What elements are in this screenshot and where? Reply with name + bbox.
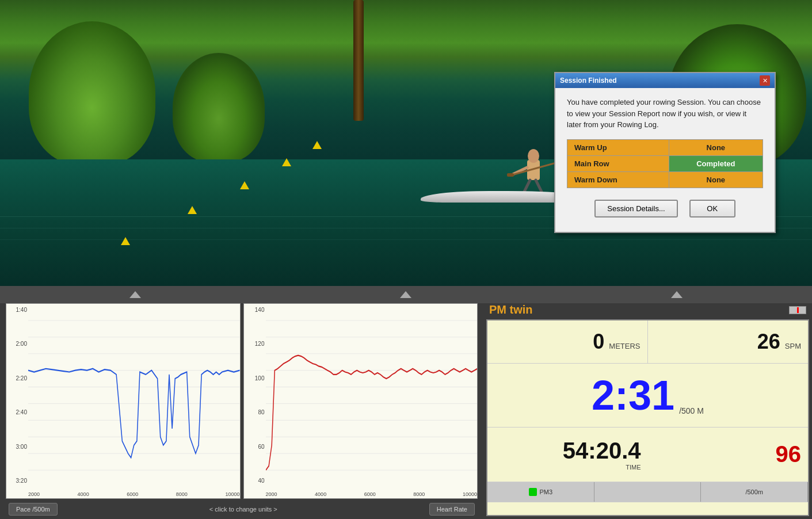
- pm-meters-value: 0: [593, 331, 604, 352]
- svg-rect-6: [507, 173, 514, 177]
- pm-footer-empty: [594, 482, 702, 502]
- hr-chart-svg: [266, 304, 478, 487]
- rowing-scene: Session Finished ✕ You have completed yo…: [0, 0, 812, 286]
- tree-mid-canopy: [173, 53, 265, 162]
- buoy-4: [188, 206, 197, 214]
- pm-spm-cell: 26 SPM: [648, 320, 809, 363]
- svg-point-1: [528, 149, 539, 163]
- tree-left-canopy: [29, 21, 155, 165]
- hr-x-labels: 2000 4000 6000 8000 10000: [266, 491, 478, 497]
- pm-pace-unit: /500 M: [679, 406, 704, 422]
- buoy-3: [240, 181, 249, 189]
- hr-chart: 140 120 100 80 60 40: [243, 303, 478, 499]
- pm-green-indicator: [529, 488, 537, 496]
- table-row-warmdown: Warm Down None: [567, 171, 763, 188]
- pace-button[interactable]: Pace /500m: [9, 503, 58, 516]
- bottom-panel: 1:40 2:00 2:20 2:40 3:00 3:20: [0, 286, 812, 519]
- mainrow-label: Main Row: [567, 155, 669, 171]
- table-row-warmup: Warm Up None: [567, 139, 763, 155]
- pm-row-time-hr: 54:20.4 TIME 96: [487, 428, 808, 483]
- dialog-message: You have completed your rowing Session. …: [567, 97, 763, 131]
- hr-chart-area: [266, 304, 478, 487]
- pm-spm-unit: SPM: [785, 342, 801, 350]
- buoy-5: [121, 237, 130, 245]
- warmdown-value: None: [669, 171, 763, 188]
- pm-pace-cell: 2:31 /500 M: [487, 364, 808, 427]
- dialog-table: Warm Up None Main Row Completed Warm Dow…: [567, 139, 763, 188]
- dialog-title: Session Finished: [560, 77, 617, 85]
- pm-time-cell: 54:20.4 TIME: [487, 428, 648, 482]
- pm-meters-cell: 0 METERS: [487, 320, 648, 363]
- session-finished-dialog: Session Finished ✕ You have completed yo…: [554, 72, 776, 233]
- pace-y-labels: 1:40 2:00 2:20 2:40 3:00 3:20: [6, 304, 28, 487]
- tree-center: [342, 0, 374, 121]
- charts-section: 1:40 2:00 2:20 2:40 3:00 3:20: [0, 286, 483, 519]
- dialog-body: You have completed your rowing Session. …: [555, 88, 775, 232]
- pm-hr-cell: 96: [648, 428, 809, 482]
- pm-footer-pm-label: PM3: [487, 482, 594, 502]
- charts-footer: Pace /500m < click to change units > Hea…: [6, 499, 478, 519]
- pm-hr-value: 96: [776, 441, 802, 467]
- ok-button[interactable]: OK: [689, 200, 735, 217]
- charts-container: 1:40 2:00 2:20 2:40 3:00 3:20: [6, 303, 478, 499]
- pm-pm-label: PM3: [540, 489, 553, 495]
- warmup-label: Warm Up: [567, 139, 669, 155]
- pm-footer-row: PM3 /500m: [487, 482, 808, 502]
- buoy-2: [282, 158, 291, 166]
- scroll-arrow-right[interactable]: [671, 291, 683, 298]
- svg-line-4: [536, 180, 542, 192]
- pm-footer-units: /500m: [701, 482, 808, 502]
- table-row-mainrow: Main Row Completed: [567, 155, 763, 171]
- scroll-arrow-mid[interactable]: [400, 291, 411, 298]
- scroll-arrows-bar: [0, 286, 812, 303]
- pm-pace-value: 2:31: [592, 375, 674, 416]
- pace-chart-svg: [28, 304, 240, 487]
- pm-signal-indicator: [789, 306, 806, 314]
- pm-header: PM twin: [486, 303, 809, 316]
- pm-spm-value: 26: [757, 331, 780, 352]
- pace-x-labels: 2000 4000 6000 8000 10000: [28, 491, 240, 497]
- buoy-1: [312, 141, 322, 149]
- dialog-titlebar: Session Finished ✕: [555, 73, 775, 88]
- pm-time-unit: TIME: [626, 464, 641, 471]
- pm-meters-unit: METERS: [609, 342, 640, 350]
- tree-center-trunk: [353, 0, 364, 121]
- pm-title: PM twin: [489, 303, 533, 316]
- pm-row-pace: 2:31 /500 M: [487, 364, 808, 428]
- warmup-value: None: [669, 139, 763, 155]
- warmdown-label: Warm Down: [567, 171, 669, 188]
- dialog-close-button[interactable]: ✕: [760, 75, 770, 86]
- hr-y-labels: 140 120 100 80 60 40: [244, 304, 266, 487]
- pm-time-value: 54:20.4: [563, 438, 641, 464]
- dialog-buttons: Session Details... OK: [567, 200, 763, 223]
- pm-monitor-section: PM twin 0 METERS 26 SPM: [483, 286, 812, 519]
- scroll-arrow-left[interactable]: [129, 291, 141, 298]
- units-label[interactable]: < click to change units >: [209, 506, 277, 513]
- session-details-button[interactable]: Session Details...: [594, 200, 677, 217]
- mainrow-value: Completed: [669, 155, 763, 171]
- pm-display: 0 METERS 26 SPM 2:31 /500 M: [486, 319, 809, 516]
- hr-button[interactable]: Heart Rate: [429, 503, 475, 516]
- pm-row-meters-spm: 0 METERS 26 SPM: [487, 320, 808, 364]
- pm-units-label: /500m: [745, 489, 763, 495]
- pace-chart-area: [28, 304, 240, 487]
- pm-red-bar: [797, 307, 799, 313]
- pace-chart: 1:40 2:00 2:20 2:40 3:00 3:20: [6, 303, 241, 499]
- svg-line-3: [524, 180, 530, 192]
